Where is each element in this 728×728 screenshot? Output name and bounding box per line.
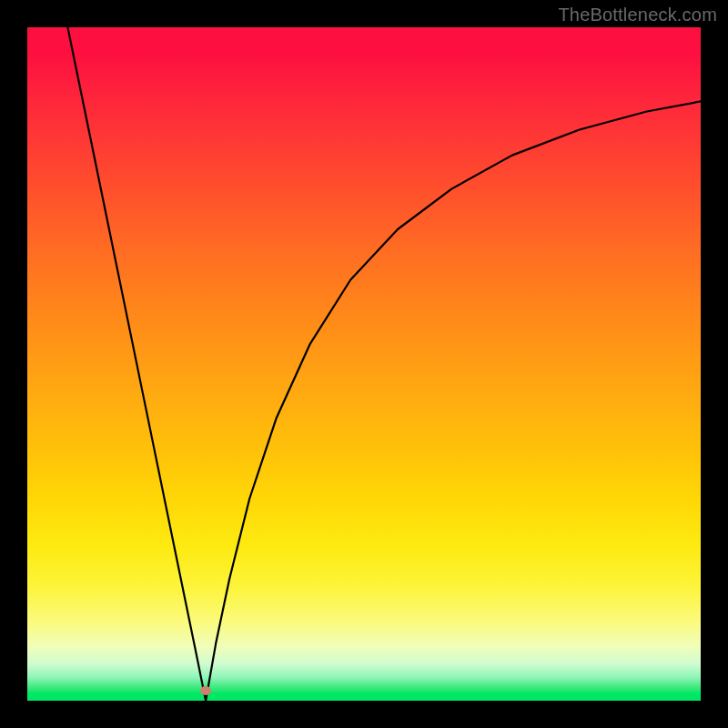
chart-frame: TheBottleneck.com xyxy=(0,0,728,728)
minimum-marker xyxy=(200,686,211,695)
curve-line xyxy=(27,27,701,701)
plot-area xyxy=(27,27,701,701)
attribution-text: TheBottleneck.com xyxy=(558,5,717,25)
